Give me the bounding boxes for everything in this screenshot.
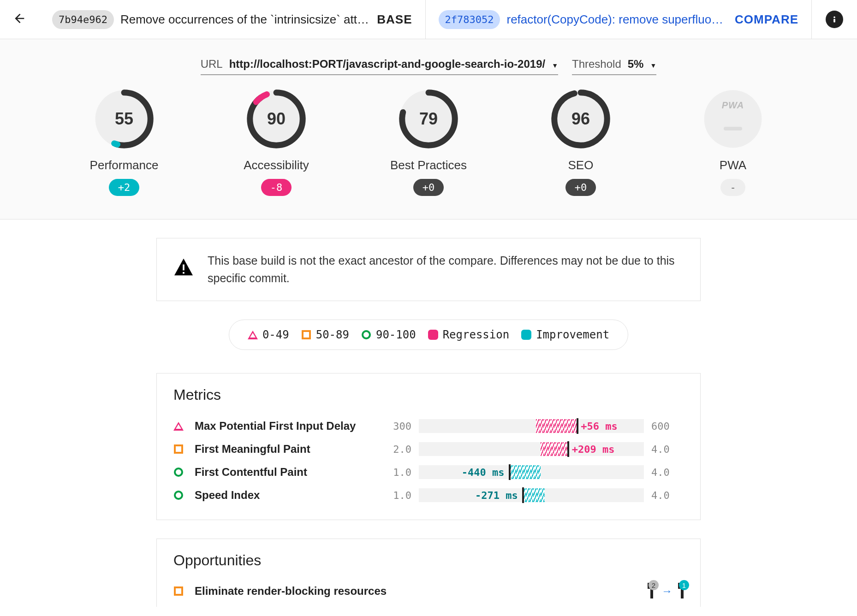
metric-max: 4.0 [651,444,684,455]
base-hash: 7b94e962 [52,10,114,29]
base-page-icon: 2 [650,585,653,598]
metric-name: Speed Index [195,489,379,502]
gauge-best-practices[interactable]: 79 Best Practices +0 [382,89,475,196]
triangle-icon [248,331,258,339]
chevron-down-icon: ▼ [552,62,558,69]
metric-name: First Meaningful Paint [195,443,379,456]
metric-name: Max Potential First Input Delay [195,420,379,432]
metric-row[interactable]: Speed Index 1.0 -271 ms 4.0 [173,484,684,507]
threshold-value: 5% [628,58,644,71]
metrics-title: Metrics [173,386,684,403]
metric-shape-icon [173,490,195,500]
metric-min: 300 [379,421,411,432]
legend-range-0: 0-49 [262,328,289,341]
legend-regression: Regression [443,328,510,341]
gauge-score: 90 [246,89,306,149]
opportunities-panel: Opportunities Eliminate render-blocking … [156,539,701,607]
legend-range-2: 90-100 [376,328,416,341]
warning-icon [173,258,194,281]
back-button[interactable] [12,11,27,28]
svg-rect-13 [183,265,184,271]
svg-rect-14 [183,272,184,274]
svg-point-12 [704,90,762,148]
url-label: URL [201,58,223,71]
gauge-title: Performance [78,158,170,172]
ancestor-warning: This base build is not the exact ancesto… [156,238,701,301]
metrics-panel: Metrics Max Potential First Input Delay … [156,373,701,520]
score-legend: 0-49 50-89 90-100 Regression Improvement [229,320,628,350]
metric-max: 4.0 [651,467,684,478]
compare-hash: 2f783052 [439,10,500,29]
url-selector[interactable]: URL http://localhost:PORT/javascript-and… [201,58,558,75]
compare-tag: COMPARE [735,12,798,27]
metric-name: First Contentful Paint [195,466,379,479]
metric-shape-icon [173,444,195,454]
opportunity-shape-icon [173,586,195,596]
gauge-accessibility[interactable]: 90 Accessibility -8 [230,89,322,196]
base-commit-message: Remove occurrences of the `intrinsicsize… [120,12,370,27]
square-icon [302,330,311,339]
legend-range-1: 50-89 [316,328,349,341]
metric-min: 1.0 [379,490,411,501]
svg-point-0 [833,17,835,18]
gauge-score: 55 [94,89,154,149]
compare-commit-message: refactor(CopyCode): remove superfluous a… [506,12,728,27]
gauge-delta: +0 [413,179,444,196]
metric-row[interactable]: First Contentful Paint 1.0 -440 ms 4.0 [173,461,684,484]
category-gauges: 55 Performance +2 90 Accessibility -8 79… [0,89,857,196]
circle-icon [362,330,371,339]
metric-min: 2.0 [379,444,411,455]
info-button[interactable] [826,11,843,28]
gauge-delta: +0 [565,179,596,196]
metric-bar: +56 ms [419,419,644,433]
pwa-icon: PWA [703,100,763,111]
base-commit[interactable]: 7b94e962 Remove occurrences of the `intr… [39,0,426,39]
metric-min: 1.0 [379,467,411,478]
gauge-delta: +2 [109,179,140,196]
gauge-title: PWA [687,158,779,172]
metric-bar: -440 ms [419,465,644,479]
gauge-score: 96 [551,89,611,149]
gauge-score: 79 [399,89,458,149]
regression-swatch [428,330,438,340]
metric-shape-icon [173,467,195,477]
svg-rect-1 [833,19,835,22]
metric-bar: -271 ms [419,488,644,502]
gauge-delta: - [720,179,745,196]
gauge-performance[interactable]: 55 Performance +2 [78,89,170,196]
metric-bar: +209 ms [419,442,644,456]
threshold-selector[interactable]: Threshold 5% ▼ [572,58,656,75]
compare-page-icon: 1 [681,585,684,598]
pwa-bar [724,127,742,130]
threshold-label: Threshold [572,58,621,71]
gauge-title: Accessibility [230,158,322,172]
compare-commit[interactable]: 2f783052 refactor(CopyCode): remove supe… [426,0,812,39]
base-count-badge: 2 [649,580,659,590]
metric-row[interactable]: Max Potential First Input Delay 300 +56 … [173,415,684,438]
improvement-swatch [521,330,531,340]
compare-count-badge: 1 [679,580,689,590]
metric-max: 4.0 [651,490,684,501]
gauge-title: Best Practices [382,158,475,172]
gauge-title: SEO [535,158,627,172]
metric-row[interactable]: First Meaningful Paint 2.0 +209 ms 4.0 [173,438,684,461]
metric-max: 600 [651,421,684,432]
legend-improvement: Improvement [536,328,609,341]
warning-text: This base build is not the exact ancesto… [208,252,684,287]
gauge-delta: -8 [261,179,292,196]
opportunity-row[interactable]: Eliminate render-blocking resources 2 → … [173,580,684,602]
chevron-down-icon: ▼ [650,62,656,69]
url-value: http://localhost:PORT/javascript-and-goo… [229,58,545,71]
controls-row: URL http://localhost:PORT/javascript-and… [0,58,857,75]
base-tag: BASE [377,12,412,27]
gauge-pwa[interactable]: PWA PWA - [687,89,779,196]
metric-shape-icon [173,421,195,431]
arrow-right-icon: → [661,585,673,598]
comparison-header: 7b94e962 Remove occurrences of the `intr… [0,0,857,39]
gauge-seo[interactable]: 96 SEO +0 [535,89,627,196]
opportunity-name: Eliminate render-blocking resources [195,585,650,598]
opportunities-title: Opportunities [173,552,684,569]
